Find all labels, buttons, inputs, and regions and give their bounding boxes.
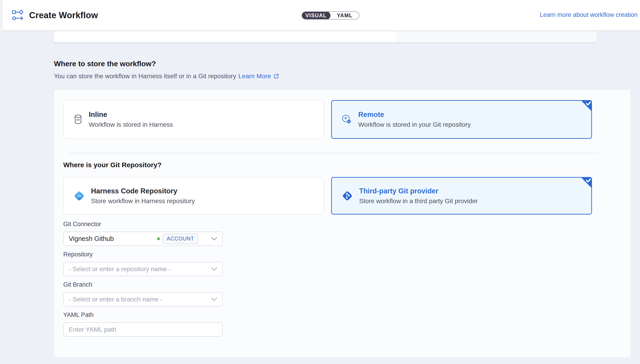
section-divider — [69, 153, 598, 153]
third-party-git-card[interactable]: Third-party Git provider Store workflow … — [331, 177, 592, 214]
selected-check-badge — [579, 100, 592, 114]
chevron-down-icon[interactable] — [211, 297, 217, 301]
inline-db-icon: </> — [73, 114, 83, 125]
scrolled-section-remnant — [54, 32, 597, 42]
store-section-heading: Where to store the workflow? — [54, 60, 279, 68]
remnant-right-pane — [396, 32, 597, 42]
yaml-path-field[interactable] — [63, 322, 223, 337]
harness-code-card-subtitle: Store workflow in Harness repository — [91, 198, 195, 205]
external-link-icon — [273, 73, 279, 79]
learn-more-workflow-link[interactable]: Learn more about workflow creation — [540, 12, 637, 18]
inline-card-title: Inline — [89, 110, 173, 119]
repository-label: Repository — [63, 251, 223, 258]
git-branch-label: Git Branch — [63, 281, 223, 288]
git-provider-icon — [341, 190, 353, 202]
git-connector-value: Vignesh Github — [69, 235, 114, 242]
left-edge-strip — [0, 0, 3, 31]
toggle-visual[interactable]: VISUAL — [302, 12, 330, 20]
yaml-path-label: YAML Path — [63, 312, 223, 318]
chevron-down-icon[interactable] — [211, 267, 217, 271]
inline-card-subtitle: Workflow is stored in Harness — [89, 121, 173, 128]
store-section-description: You can store the workflow in Harness it… — [54, 72, 236, 80]
git-branch-select[interactable]: - Select or enter a branch name - — [63, 292, 223, 306]
chevron-down-icon[interactable] — [211, 237, 217, 241]
repository-select[interactable]: - Select or enter a repository name - — [63, 262, 223, 276]
selected-check-badge — [579, 177, 592, 191]
harness-code-icon: </> — [73, 190, 85, 202]
learn-more-link[interactable]: Learn More — [238, 72, 271, 80]
remote-icon — [341, 114, 352, 125]
third-party-card-subtitle: Store workflow in a third party Git prov… — [359, 198, 478, 205]
visual-yaml-toggle: VISUAL YAML — [302, 12, 359, 20]
git-branch-placeholder: - Select or enter a branch name - — [69, 296, 211, 303]
repository-placeholder: - Select or enter a repository name - — [69, 266, 211, 273]
third-party-card-title: Third-party Git provider — [359, 187, 478, 195]
remote-card-title: Remote — [358, 110, 471, 119]
svg-text:</>: </> — [76, 118, 80, 122]
git-connector-select[interactable]: Vignesh Github ACCOUNT — [63, 232, 223, 246]
remote-store-card[interactable]: Remote Workflow is stored in your Git re… — [331, 100, 592, 139]
harness-code-card-title: Harness Code Repository — [91, 187, 195, 195]
svg-text:</>: </> — [77, 194, 82, 198]
harness-code-repo-card[interactable]: </> Harness Code Repository Store workfl… — [63, 177, 324, 214]
inline-store-card[interactable]: </> Inline Workflow is stored in Harness — [63, 100, 324, 139]
connector-status-dot — [157, 237, 160, 240]
remote-card-subtitle: Workflow is stored in your Git repositor… — [358, 121, 471, 128]
workflow-store-panel: </> Inline Workflow is stored in Harness — [54, 90, 630, 357]
toggle-yaml[interactable]: YAML — [330, 12, 359, 19]
connector-scope-badge: ACCOUNT — [163, 234, 198, 244]
workflow-icon — [12, 9, 24, 21]
page-header: Create Workflow VISUAL YAML Learn more a… — [0, 0, 640, 31]
remnant-left-pane — [54, 32, 396, 42]
yaml-path-input[interactable] — [69, 326, 217, 333]
repo-section-heading: Where is your Git Repository? — [63, 161, 630, 169]
git-connector-label: Git Connector — [63, 221, 223, 228]
page-title: Create Workflow — [29, 10, 98, 20]
